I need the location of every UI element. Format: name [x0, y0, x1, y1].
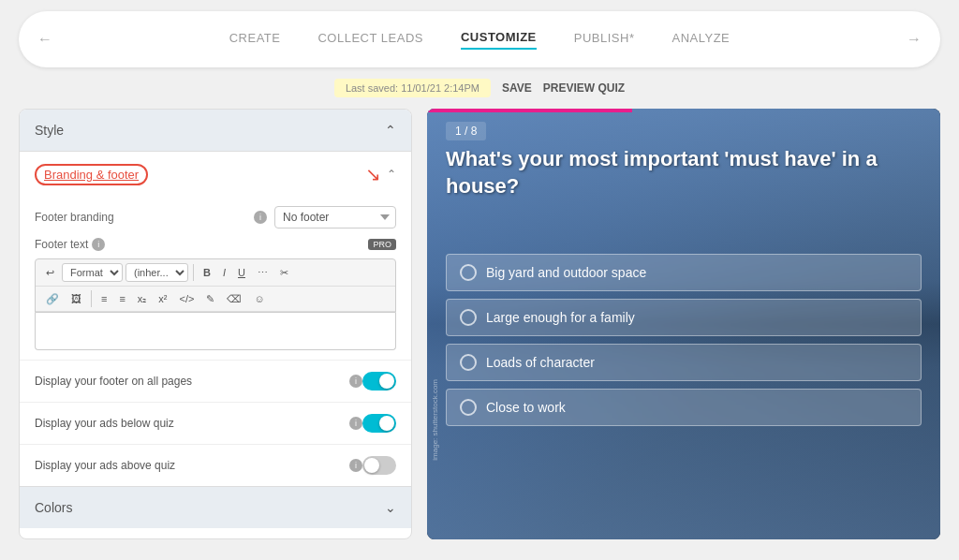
- footer-branding-info-icon[interactable]: i: [254, 211, 267, 224]
- text-editor-toolbar: ↩ Format (inher... B I U ⋯ ✂: [35, 258, 396, 313]
- save-bar: Last saved: 11/01/21 2:14PM SAVE PREVIEW…: [0, 79, 959, 97]
- nav-items: CREATE COLLECT LEADS CUSTOMIZE PUBLISH* …: [47, 30, 912, 50]
- accent-bar: [427, 109, 940, 112]
- toolbar-code-btn[interactable]: </>: [175, 291, 199, 306]
- branding-chevron-icon: ⌃: [387, 168, 396, 181]
- toolbar-more1-btn[interactable]: ⋯: [253, 265, 273, 281]
- footer-text-label: Footer text: [35, 238, 88, 251]
- preview-quiz-button[interactable]: PREVIEW QUIZ: [543, 81, 625, 95]
- ads-above-label: Display your ads above quiz: [35, 459, 349, 472]
- option-4-circle: [460, 399, 477, 416]
- toolbar-cut-btn[interactable]: ✂: [275, 265, 293, 281]
- quiz-option-3[interactable]: Loads of character: [446, 344, 922, 381]
- footer-all-pages-row: Display your footer on all pages i: [20, 360, 411, 402]
- nav-item-publish[interactable]: PUBLISH*: [574, 31, 635, 49]
- footer-branding-label: Footer branding: [35, 211, 246, 224]
- ads-above-toggle[interactable]: [362, 456, 396, 475]
- toolbar-eraser-btn[interactable]: ⌫: [222, 291, 246, 307]
- toolbar-ul-btn[interactable]: ≡: [96, 291, 111, 306]
- footer-text-content-area[interactable]: [35, 313, 396, 350]
- quiz-options-list: Big yard and outdoor space Large enough …: [446, 254, 922, 426]
- footer-text-info-icon[interactable]: i: [92, 238, 105, 251]
- option-2-circle: [460, 309, 477, 326]
- save-button[interactable]: SAVE: [502, 81, 532, 95]
- option-1-label: Big yard and outdoor space: [486, 265, 646, 280]
- quiz-preview-panel: 1 / 8 What's your most important 'must h…: [427, 109, 940, 539]
- toolbar-italic-btn[interactable]: I: [218, 265, 230, 280]
- toolbar-row-2: 🔗 🖼 ≡ ≡ x₂ x² </> ✎ ⌫ ☺: [36, 287, 395, 312]
- branding-section-header[interactable]: Branding & footer ↘ ⌃: [20, 152, 411, 197]
- branding-section-label: Branding & footer: [35, 164, 148, 185]
- branding-section: Branding & footer ↘ ⌃ Footer branding i …: [20, 151, 411, 486]
- toolbar-sep-1: [193, 264, 194, 281]
- left-panel: Style ⌃ Branding & footer ↘ ⌃ Footer bra…: [19, 109, 412, 539]
- ads-below-label: Display your ads below quiz: [35, 417, 349, 430]
- toolbar-inherit-select[interactable]: (inher...: [125, 263, 188, 282]
- nav-item-analyze[interactable]: ANALYZE: [671, 31, 730, 49]
- option-3-label: Loads of character: [486, 355, 595, 370]
- toolbar-image-btn[interactable]: 🖼: [66, 291, 86, 306]
- nav-item-create[interactable]: CREATE: [229, 31, 281, 49]
- toolbar-format-select[interactable]: Format: [62, 263, 123, 282]
- option-1-circle: [460, 264, 477, 281]
- nav-item-collect-leads[interactable]: COLLECT LEADS: [317, 31, 422, 49]
- nav-item-customize[interactable]: CUSTOMIZE: [461, 30, 537, 50]
- last-saved-info: Last saved: 11/01/21 2:14PM: [334, 79, 491, 97]
- ads-below-row: Display your ads below quiz i: [20, 402, 411, 444]
- ads-above-row: Display your ads above quiz i: [20, 444, 411, 486]
- footer-all-pages-toggle[interactable]: [362, 372, 396, 391]
- toolbar-back-btn[interactable]: ↩: [41, 265, 59, 281]
- main-content: Style ⌃ Branding & footer ↘ ⌃ Footer bra…: [19, 109, 940, 539]
- quiz-page-number: 1 / 8: [446, 122, 486, 140]
- ads-below-toggle[interactable]: [362, 414, 396, 433]
- footer-text-label-row: Footer text i PRO: [35, 238, 396, 251]
- quiz-option-2[interactable]: Large enough for a family: [446, 299, 922, 336]
- style-section-label: Style: [35, 123, 64, 138]
- watermark-text: image: shutterstock.com: [427, 376, 443, 464]
- footer-text-section: Footer text i PRO ↩ Format (inher...: [20, 238, 411, 360]
- toolbar-sub-btn[interactable]: x₂: [133, 291, 152, 307]
- toolbar-brush-btn[interactable]: ✎: [201, 291, 219, 307]
- option-4-label: Close to work: [486, 400, 566, 415]
- quiz-question: What's your most important 'must have' i…: [446, 146, 922, 199]
- quiz-background: 1 / 8 What's your most important 'must h…: [427, 109, 940, 539]
- toolbar-sep-2: [91, 290, 92, 307]
- pro-badge: PRO: [368, 239, 396, 250]
- colors-section-header[interactable]: Colors ⌄: [20, 487, 411, 528]
- quiz-option-4[interactable]: Close to work: [446, 389, 922, 426]
- option-2-label: Large enough for a family: [486, 310, 635, 325]
- ads-above-info-icon[interactable]: i: [349, 459, 362, 472]
- footer-branding-row: Footer branding i No footer Show footer …: [20, 197, 411, 238]
- toolbar-underline-btn[interactable]: U: [233, 265, 250, 280]
- red-arrow-icon: ↘: [365, 163, 381, 185]
- footer-all-pages-info-icon[interactable]: i: [349, 375, 362, 388]
- quiz-option-1[interactable]: Big yard and outdoor space: [446, 254, 922, 291]
- toolbar-sup-btn[interactable]: x²: [154, 291, 171, 306]
- toolbar-ol-btn[interactable]: ≡: [114, 291, 129, 306]
- toolbar-row-1: ↩ Format (inher... B I U ⋯ ✂: [36, 259, 395, 287]
- top-nav-bar: ← CREATE COLLECT LEADS CUSTOMIZE PUBLISH…: [19, 11, 940, 67]
- colors-chevron-icon: ⌄: [385, 500, 396, 515]
- footer-all-pages-label: Display your footer on all pages: [35, 375, 349, 388]
- style-chevron-icon: ⌃: [385, 123, 396, 138]
- colors-section: Colors ⌄: [20, 486, 411, 528]
- nav-forward-arrow[interactable]: →: [907, 31, 922, 48]
- toolbar-bold-btn[interactable]: B: [199, 265, 215, 280]
- ads-below-info-icon[interactable]: i: [349, 417, 362, 430]
- footer-branding-select[interactable]: No footer Show footer Custom footer: [274, 206, 396, 228]
- toolbar-link-btn[interactable]: 🔗: [41, 291, 64, 307]
- colors-section-label: Colors: [35, 500, 72, 515]
- style-section-header[interactable]: Style ⌃: [20, 110, 411, 151]
- option-3-circle: [460, 354, 477, 371]
- toolbar-emoji-btn[interactable]: ☺: [249, 291, 269, 306]
